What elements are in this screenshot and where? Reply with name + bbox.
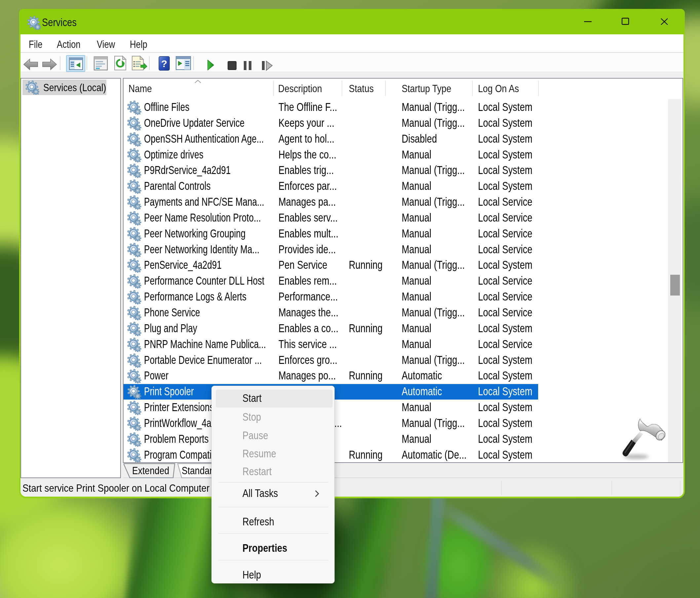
svg-text:?: ? — [161, 58, 167, 69]
